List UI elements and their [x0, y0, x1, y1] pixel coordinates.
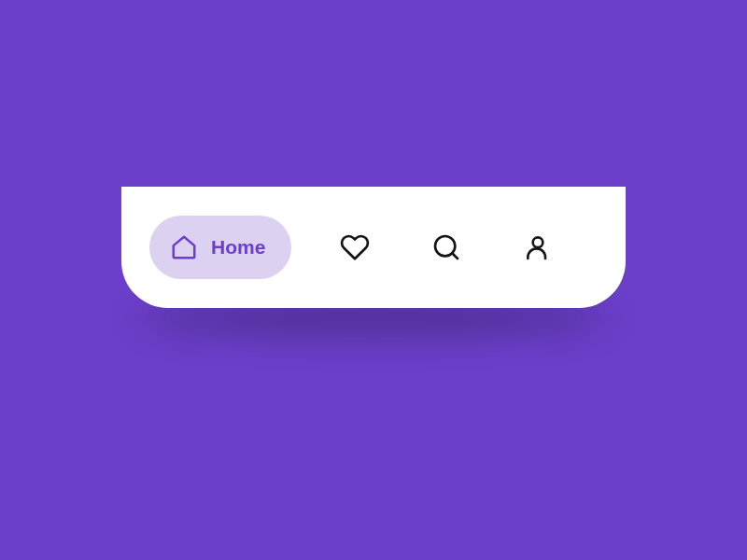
- search-icon: [431, 232, 461, 262]
- nav-item-search[interactable]: [418, 219, 474, 275]
- nav-item-favorites[interactable]: [327, 219, 383, 275]
- nav-item-label: Home: [211, 236, 265, 259]
- nav-item-profile[interactable]: [510, 219, 566, 275]
- nav-item-home[interactable]: Home: [149, 216, 291, 279]
- nav-shadow: [140, 299, 607, 336]
- svg-point-2: [533, 237, 543, 247]
- heart-icon: [340, 232, 370, 262]
- home-icon: [170, 233, 198, 261]
- svg-line-1: [453, 253, 458, 259]
- user-icon: [523, 232, 553, 262]
- bottom-nav-bar: Home: [121, 187, 626, 308]
